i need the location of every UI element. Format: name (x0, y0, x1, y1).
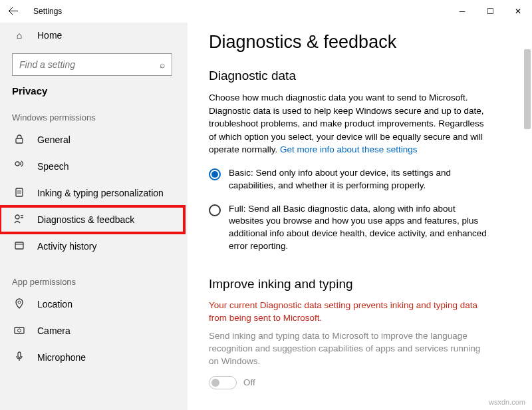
sidebar-item-label: Microphone (37, 352, 86, 363)
speech-icon (12, 160, 27, 173)
diagnostic-description: Choose how much diagnostic data you want… (209, 91, 488, 156)
sidebar-item-label: Activity history (37, 241, 96, 252)
inking-toggle[interactable] (209, 376, 237, 389)
sidebar-section-title: Privacy (0, 85, 184, 107)
sidebar-item-label: Diagnostics & feedback (37, 214, 134, 225)
page-title: Diagnostics & feedback (209, 32, 504, 53)
window-title: Settings (33, 7, 62, 16)
location-icon (12, 298, 27, 311)
section-diagnostic-data: Diagnostic data (209, 69, 504, 83)
radio-basic[interactable]: Basic: Send only info about your device,… (209, 167, 488, 192)
svg-rect-6 (15, 242, 23, 249)
window-controls: ─ ☐ ✕ (448, 1, 532, 21)
sidebar-item-label: Location (37, 299, 72, 309)
sidebar-item-label: Camera (37, 325, 70, 336)
radio-icon (209, 168, 221, 180)
back-button[interactable]: 🡠 (8, 5, 24, 17)
inking-toggle-row: Off (209, 376, 504, 389)
sidebar: ⌂ Home ⌕ Privacy Windows permissions Gen… (0, 23, 188, 410)
sidebar-item-location[interactable]: Location (0, 291, 184, 317)
group-app-permissions: App permissions (0, 272, 184, 291)
microphone-icon (12, 351, 27, 364)
sidebar-item-diagnostics[interactable]: Diagnostics & feedback (0, 206, 184, 233)
titlebar: 🡠 Settings ─ ☐ ✕ (0, 0, 532, 23)
svg-rect-9 (15, 327, 24, 333)
svg-point-8 (18, 301, 21, 304)
maximize-button[interactable]: ☐ (476, 1, 504, 21)
lock-icon (12, 134, 27, 146)
close-button[interactable]: ✕ (504, 1, 532, 21)
inking-warning: Your current Diagnostic data setting pre… (209, 300, 488, 325)
svg-rect-11 (18, 352, 21, 357)
svg-rect-2 (16, 188, 23, 196)
sidebar-item-label: Inking & typing personalization (37, 188, 164, 198)
watermark: wsxdn.com (489, 398, 525, 406)
radio-full-label: Full: Send all Basic diagnostic data, al… (229, 203, 488, 254)
radio-icon (209, 204, 221, 216)
svg-point-5 (15, 215, 19, 219)
sidebar-item-microphone[interactable]: Microphone (0, 344, 184, 371)
section-improve-inking: Improve inking and typing (209, 277, 504, 292)
sidebar-item-inking[interactable]: Inking & typing personalization (0, 180, 184, 206)
minimize-button[interactable]: ─ (448, 1, 476, 21)
group-windows-permissions: Windows permissions (0, 107, 184, 126)
more-info-link[interactable]: Get more info about these settings (280, 144, 417, 154)
sidebar-item-speech[interactable]: Speech (0, 153, 184, 180)
search-input[interactable] (19, 59, 160, 70)
radio-basic-label: Basic: Send only info about your device,… (229, 167, 488, 192)
svg-point-10 (18, 329, 21, 332)
radio-full[interactable]: Full: Send all Basic diagnostic data, al… (209, 203, 488, 254)
search-icon: ⌕ (160, 59, 165, 70)
history-icon (12, 240, 27, 253)
svg-point-1 (15, 162, 19, 166)
inking-description: Send inking and typing data to Microsoft… (209, 330, 488, 368)
sidebar-home-label: Home (37, 30, 62, 41)
camera-icon (12, 325, 27, 337)
sidebar-item-label: Speech (37, 161, 68, 172)
toggle-state-label: Off (243, 377, 255, 387)
sidebar-item-label: General (37, 134, 70, 145)
sidebar-home[interactable]: ⌂ Home (0, 23, 184, 48)
sidebar-item-camera[interactable]: Camera (0, 317, 184, 344)
feedback-icon (12, 214, 27, 226)
home-icon: ⌂ (12, 30, 27, 41)
sidebar-item-general[interactable]: General (0, 126, 184, 153)
search-box[interactable]: ⌕ (12, 53, 172, 76)
clipboard-icon (12, 187, 27, 200)
content-pane: Diagnostics & feedback Diagnostic data C… (188, 23, 532, 410)
svg-rect-0 (16, 138, 23, 143)
scrollbar-thumb[interactable] (524, 49, 531, 129)
scrollbar[interactable] (523, 23, 532, 410)
sidebar-item-activity[interactable]: Activity history (0, 233, 184, 260)
